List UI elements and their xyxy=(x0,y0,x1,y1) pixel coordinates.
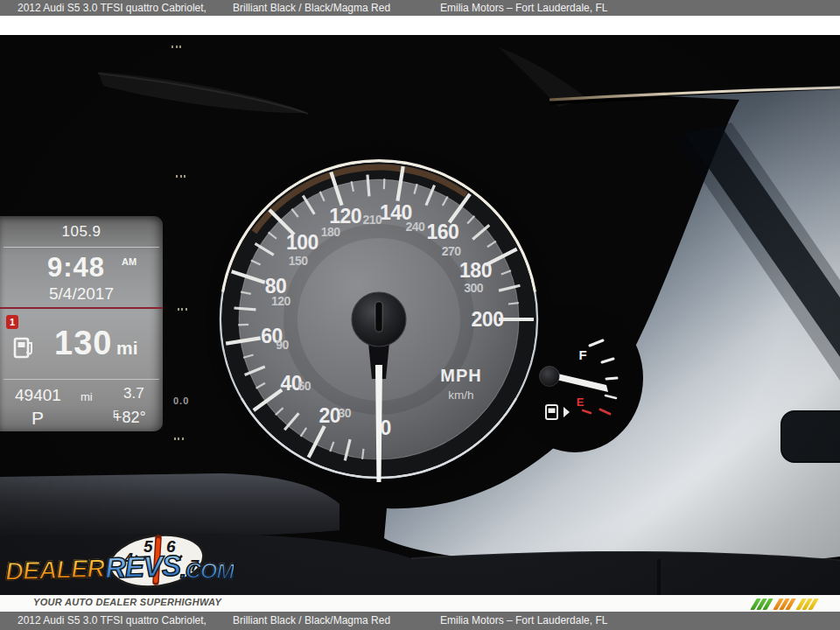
bottom-caption-bar: 2012 Audi S5 3.0 TFSI quattro Cabriolet,… xyxy=(0,612,840,630)
aux-trip-reading: 0.0 xyxy=(173,396,189,406)
dealer-name: Emilia Motors – Fort Lauderdale, FL xyxy=(440,612,607,630)
fuel-empty-label: E xyxy=(577,396,584,409)
preset-badge: 1 xyxy=(6,315,18,329)
dealerrevs-watermark: 4 5 6 7 DealerRevs.com xyxy=(4,529,248,598)
lower-dash-seam xyxy=(657,559,661,595)
svg-text:120: 120 xyxy=(329,205,361,228)
vehicle-colors: Brilliant Black / Black/Magma Red xyxy=(233,0,390,16)
svg-text:100: 100 xyxy=(286,231,318,254)
lens-glint xyxy=(176,175,186,178)
dealerrevs-tagline: Your Auto Dealer SuperHighway xyxy=(33,597,221,607)
lcd-divider xyxy=(4,247,159,248)
odometer-value: 49401 xyxy=(15,386,61,405)
svg-text:20: 20 xyxy=(318,404,340,427)
fuel-range-unit: mi xyxy=(116,338,138,359)
radio-station: 105.9 xyxy=(0,223,163,241)
fuel-range-value: 130 xyxy=(54,325,112,362)
clock-ampm: AM xyxy=(122,256,136,267)
brand-tld: .com xyxy=(180,557,234,584)
dealer-name: Emilia Motors – Fort Lauderdale, FL xyxy=(440,0,607,16)
svg-text:270: 270 xyxy=(442,244,462,258)
trip-consumption: 3.7 xyxy=(123,385,144,402)
dealerrevs-wordmark: DealerRevs.com xyxy=(5,552,234,585)
driver-info-display: 105.9 9:48 AM 5/4/2017 1 130 mi 49401 mi… xyxy=(0,216,163,431)
svg-text:150: 150 xyxy=(289,254,309,268)
svg-text:180: 180 xyxy=(459,259,492,282)
svg-text:240: 240 xyxy=(406,220,426,234)
svg-text:90: 90 xyxy=(276,338,289,352)
vehicle-colors: Brilliant Black / Black/Magma Red xyxy=(233,612,390,630)
svg-text:210: 210 xyxy=(362,213,382,227)
lcd-divider xyxy=(4,379,159,380)
svg-text:300: 300 xyxy=(464,281,484,295)
lens-glint xyxy=(174,438,184,440)
vehicle-title: 2012 Audi S5 3.0 TFSI quattro Cabriolet, xyxy=(18,612,206,630)
lens-glint xyxy=(172,46,181,48)
odometer-unit: mi xyxy=(80,390,93,403)
brand-dealer: Dealer xyxy=(4,554,104,586)
speedo-unit-mph: MPH xyxy=(440,366,481,385)
dashboard-photo: 020406080100120140160180200 306090120150… xyxy=(0,35,840,595)
clock-time: 9:48 xyxy=(47,252,105,284)
hatch-stripes-logo xyxy=(753,598,817,610)
svg-text:60: 60 xyxy=(298,379,312,393)
trim-recess-slot xyxy=(781,411,840,462)
brand-revs: Revs xyxy=(105,550,181,585)
svg-text:30: 30 xyxy=(338,406,351,420)
svg-text:200: 200 xyxy=(472,308,504,331)
date-display: 5/4/2017 xyxy=(0,284,163,304)
lcd-red-divider xyxy=(0,307,163,309)
fuel-full-label: F xyxy=(578,347,586,362)
vehicle-photo-page: 2012 Audi S5 3.0 TFSI quattro Cabriolet,… xyxy=(0,0,840,630)
speedo-unit-kmh: km/h xyxy=(448,388,473,402)
svg-text:180: 180 xyxy=(321,225,341,239)
fuel-needle-hub xyxy=(540,367,560,387)
gear-indicator: P xyxy=(32,408,44,429)
lens-glint xyxy=(178,308,187,311)
fuel-tick-half xyxy=(606,378,617,379)
svg-text:120: 120 xyxy=(271,294,291,308)
svg-text:160: 160 xyxy=(426,220,458,243)
speedo-hub-slot xyxy=(375,302,382,332)
top-caption-bar: 2012 Audi S5 3.0 TFSI quattro Cabriolet,… xyxy=(0,0,840,16)
vehicle-title: 2012 Audi S5 3.0 TFSI quattro Cabriolet, xyxy=(18,0,206,16)
